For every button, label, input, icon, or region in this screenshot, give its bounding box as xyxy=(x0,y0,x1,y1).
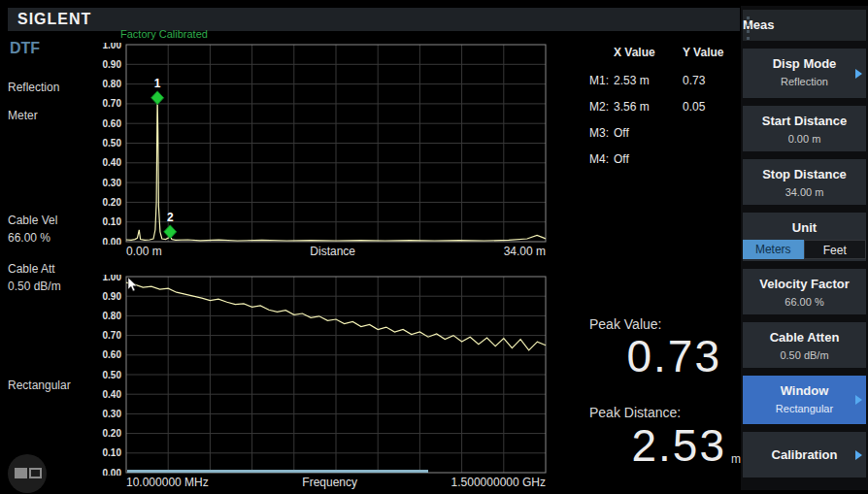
cable-vel-value: 66.00 % xyxy=(8,231,50,245)
frequency-chart: 1.000.900.800.700.600.500.400.300.200.10… xyxy=(87,275,549,479)
cable-vel-label: Cable Vel xyxy=(8,214,57,227)
svg-text:0.90: 0.90 xyxy=(103,291,122,302)
marker-col-x-header: X Value xyxy=(614,46,682,59)
calibration-status: Factory Calibrated xyxy=(120,28,208,40)
marker-row-xvalue: 2.53 m xyxy=(614,74,682,87)
siglent-logo: SIGLENT xyxy=(17,11,91,28)
svg-text:1: 1 xyxy=(154,77,161,90)
dtf-chart-plot: 1.000.900.800.700.600.500.400.300.200.10… xyxy=(87,43,549,245)
unit-mode-label: Meter xyxy=(8,109,38,122)
marker-row-xvalue: Off xyxy=(614,152,682,166)
button-title: Window xyxy=(743,376,866,398)
button-title: Stop Distance xyxy=(743,159,866,181)
marker-row-label: M1: xyxy=(589,74,613,87)
svg-text:0.30: 0.30 xyxy=(103,178,122,188)
svg-text:0.60: 0.60 xyxy=(103,118,122,129)
unit-toggle: Meters Feet xyxy=(743,240,866,259)
submenu-arrow-icon xyxy=(855,69,862,79)
button-value: Reflection xyxy=(743,71,866,87)
menu-header: Meas xyxy=(743,10,866,41)
submenu-arrow-icon xyxy=(855,395,862,405)
button-value: Rectangular xyxy=(743,398,866,414)
cable-att-label: Cable Att xyxy=(8,262,55,276)
peak-distance: 2.53 xyxy=(602,419,726,472)
unit-button: Unit Meters Feet xyxy=(743,213,866,261)
button-value: 0.00 m xyxy=(743,128,866,145)
stop-distance-button[interactable]: Stop Distance 34.00 m xyxy=(743,159,866,205)
svg-text:0.80: 0.80 xyxy=(103,311,122,321)
menu-sidebar: Meas Disp Mode Reflection Start Distance… xyxy=(741,6,868,490)
svg-text:0.60: 0.60 xyxy=(103,349,122,360)
top-bar: SIGLENT xyxy=(8,8,740,31)
disp-mode-button[interactable]: Disp Mode Reflection xyxy=(743,49,866,98)
svg-text:1.00: 1.00 xyxy=(103,43,122,50)
x-axis-title: Frequency xyxy=(302,476,357,489)
button-value: 66.00 % xyxy=(743,291,866,308)
dtf-chart: 1.000.900.800.700.600.500.400.300.200.10… xyxy=(87,43,549,248)
instrument-screen: SIGLENT DTF Reflection Meter Cable Vel 6… xyxy=(0,0,868,494)
svg-text:0.70: 0.70 xyxy=(103,98,122,109)
unit-option-feet[interactable]: Feet xyxy=(804,240,867,259)
x-end-label: 34.00 m xyxy=(504,245,546,258)
dtf-chart-x-axis: 0.00 m Distance 34.00 m xyxy=(126,245,546,258)
svg-text:0.70: 0.70 xyxy=(103,330,122,341)
frequency-chart-plot: 1.000.900.800.700.600.500.400.300.200.10… xyxy=(87,275,549,476)
button-title: Unit xyxy=(743,213,866,235)
layout-pane-icon xyxy=(15,468,27,478)
svg-text:0.90: 0.90 xyxy=(103,59,122,70)
svg-text:1.00: 1.00 xyxy=(103,275,122,282)
window-button[interactable]: Window Rectangular xyxy=(743,376,866,424)
x-axis-title: Distance xyxy=(310,245,355,258)
layout-pane-icon xyxy=(29,468,42,478)
button-value: 34.00 m xyxy=(743,181,866,198)
start-distance-button[interactable]: Start Distance 0.00 m xyxy=(743,106,866,151)
marker-col-y-header: Y Value xyxy=(683,46,741,59)
unit-option-meters[interactable]: Meters xyxy=(743,240,804,259)
svg-text:0.40: 0.40 xyxy=(103,157,122,168)
marker-row-label: M2: xyxy=(589,100,613,114)
svg-text:2: 2 xyxy=(167,211,174,224)
svg-text:0.40: 0.40 xyxy=(103,389,122,400)
mode-label: DTF xyxy=(10,40,40,57)
button-title: Disp Mode xyxy=(743,49,866,71)
window-type-label: Rectangular xyxy=(8,379,71,392)
menu-title: Meas xyxy=(743,10,866,32)
button-title: Calibration xyxy=(743,432,866,462)
svg-text:0.50: 0.50 xyxy=(103,370,122,380)
svg-text:0.20: 0.20 xyxy=(103,428,122,439)
cable-atten-button[interactable]: Cable Atten 0.50 dB/m xyxy=(743,322,866,368)
display-layout-button[interactable] xyxy=(8,454,47,493)
velocity-factor-button[interactable]: Velocity Factor 66.00 % xyxy=(743,269,866,314)
calibration-button[interactable]: Calibration xyxy=(743,432,866,478)
x-start-label: 10.000000 MHz xyxy=(126,476,209,489)
peak-distance-unit: m xyxy=(731,452,741,466)
svg-text:0.10: 0.10 xyxy=(103,216,122,227)
marker-row-xvalue: 3.56 m xyxy=(614,100,682,114)
submenu-arrow-icon xyxy=(855,450,862,460)
svg-text:0.30: 0.30 xyxy=(103,409,122,419)
svg-text:0.50: 0.50 xyxy=(103,138,122,148)
mouse-cursor-icon xyxy=(127,278,138,292)
cable-att-value: 0.50 dB/m xyxy=(8,280,61,293)
marker-row-yvalue: 0.05 xyxy=(683,100,741,114)
marker-row-yvalue: 0.73 xyxy=(683,74,741,87)
svg-text:0.10: 0.10 xyxy=(103,447,122,458)
svg-text:0.80: 0.80 xyxy=(103,79,122,89)
trace-type-label: Reflection xyxy=(8,81,59,94)
x-end-label: 1.500000000 GHz xyxy=(451,476,546,489)
svg-text:0.00: 0.00 xyxy=(103,468,122,477)
marker-row-xvalue: Off xyxy=(614,126,682,140)
button-title: Start Distance xyxy=(743,106,866,128)
marker-row-label: M4: xyxy=(589,152,613,166)
frequency-chart-x-axis: 10.000000 MHz Frequency 1.500000000 GHz xyxy=(126,476,546,489)
marker-row-label: M3: xyxy=(589,126,613,140)
svg-text:0.00: 0.00 xyxy=(103,237,122,246)
svg-text:0.20: 0.20 xyxy=(103,197,122,208)
button-title: Velocity Factor xyxy=(743,269,866,291)
button-value: 0.50 dB/m xyxy=(743,345,866,361)
peak-distance-label: Peak Distance: xyxy=(589,405,681,420)
button-title: Cable Atten xyxy=(743,322,866,345)
peak-value: 0.73 xyxy=(600,330,721,382)
menu-handle-dots-icon xyxy=(747,16,751,44)
x-start-label: 0.00 m xyxy=(126,245,162,258)
